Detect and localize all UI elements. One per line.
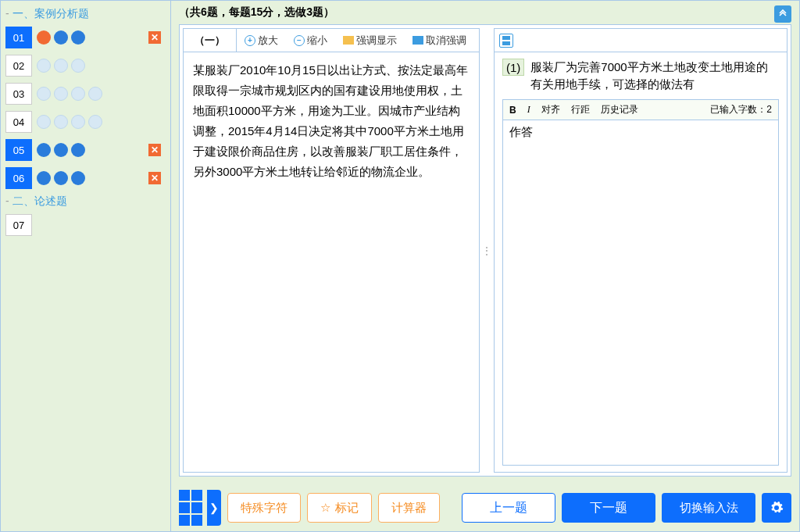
question-row: 02: [5, 54, 166, 77]
split-view-icon[interactable]: [499, 34, 513, 48]
editor-toolbar: B I 对齐 行距 历史记录 已输入字数：2: [503, 100, 778, 120]
status-dot: [37, 30, 51, 45]
status-dots: [37, 87, 102, 101]
question-row: 06✕: [5, 166, 166, 190]
status-dot: [37, 87, 51, 101]
minus-icon: −: [294, 35, 305, 46]
status-dot: [71, 115, 85, 129]
question-body: (1) 服装厂为完善7000平方米土地改变土地用途的有关用地手续，可选择的做法有…: [495, 52, 787, 472]
question-number[interactable]: 07: [5, 214, 32, 236]
gear-icon: [770, 501, 784, 515]
status-dot: [54, 87, 68, 101]
italic-button[interactable]: I: [527, 104, 530, 116]
question-column: (1) 服装厂为完善7000平方米土地改变土地用途的有关用地手续，可选择的做法有…: [494, 28, 788, 473]
question-number[interactable]: 05: [5, 139, 32, 161]
grid-icon[interactable]: [179, 490, 202, 526]
prev-button[interactable]: 上一题: [462, 493, 555, 523]
passage-label: （一）: [184, 29, 237, 52]
status-dots: [37, 59, 85, 73]
lineheight-button[interactable]: 行距: [571, 103, 590, 116]
sidebar: 一、案例分析题 01✕02030405✕06✕ 二、论述题 07: [1, 1, 170, 531]
status-dot: [54, 59, 68, 73]
unhighlight-button[interactable]: 取消强调: [405, 29, 474, 52]
history-button[interactable]: 历史记录: [601, 103, 638, 116]
status-dot: [54, 30, 68, 45]
status-dot: [54, 143, 68, 157]
question-number[interactable]: 03: [5, 83, 32, 105]
close-icon[interactable]: ✕: [148, 144, 161, 156]
expand-arrow[interactable]: ❯: [207, 490, 221, 526]
status-dot: [37, 59, 51, 73]
close-icon[interactable]: ✕: [148, 31, 161, 44]
chevron-up-icon: [778, 9, 788, 19]
star-icon: ☆: [320, 501, 330, 515]
question-number[interactable]: 02: [5, 55, 32, 77]
bold-button[interactable]: B: [509, 105, 516, 116]
plus-icon: +: [245, 35, 255, 46]
special-chars-button[interactable]: 特殊字符: [227, 493, 301, 523]
status-dot: [88, 87, 102, 101]
align-button[interactable]: 对齐: [541, 103, 560, 116]
char-count: 已输入字数：2: [710, 103, 772, 116]
status-dot: [54, 115, 68, 129]
question-toolbar: [495, 29, 787, 52]
status-dot: [71, 30, 85, 45]
editor-textarea[interactable]: 作答: [503, 120, 778, 465]
question-row: 05✕: [5, 138, 166, 162]
passage-toolbar: （一） +放大 −缩小 强调显示 取消强调: [184, 29, 479, 52]
status-dot: [54, 171, 68, 185]
status-dot: [71, 171, 85, 185]
close-icon[interactable]: ✕: [148, 172, 161, 184]
question-number[interactable]: 04: [5, 111, 32, 133]
unhighlight-icon: [412, 36, 423, 45]
status-dot: [71, 59, 85, 73]
status-dots: [37, 171, 85, 185]
header-info: （共6题，每题15分，选做3题）: [179, 5, 334, 18]
passage-text: 某服装厂2010年10月15日以出让方式、按法定最高年限取得一宗城市规划区内的国…: [184, 52, 479, 472]
status-dot: [71, 87, 85, 101]
collapse-button[interactable]: [774, 5, 791, 23]
column-resizer[interactable]: ⋮: [480, 28, 494, 473]
calculator-button[interactable]: 计算器: [378, 493, 440, 523]
status-dots: [37, 143, 85, 157]
mark-button[interactable]: ☆标记: [307, 493, 372, 523]
next-button[interactable]: 下一题: [562, 493, 655, 523]
settings-button[interactable]: [762, 493, 791, 523]
highlight-icon: [343, 36, 354, 45]
question-index: (1): [502, 59, 524, 76]
question-text: 服装厂为完善7000平方米土地改变土地用途的有关用地手续，可选择的做法有: [530, 59, 779, 93]
status-dot: [71, 143, 85, 157]
main-area: （共6题，每题15分，选做3题） （一） +放大 −缩小 强调显示 取消强调 某…: [170, 1, 799, 531]
status-dot: [37, 143, 51, 157]
section-1-title: 一、案例分析题: [5, 7, 166, 21]
zoom-out-button[interactable]: −缩小: [286, 29, 335, 52]
section-2-title: 二、论述题: [5, 195, 166, 209]
ime-button[interactable]: 切换输入法: [662, 493, 755, 523]
status-dot: [37, 171, 51, 185]
content-area: （一） +放大 −缩小 强调显示 取消强调 某服装厂2010年10月15日以出让…: [179, 24, 791, 477]
footer: ❯ 特殊字符 ☆标记 计算器 上一题 下一题 切换输入法: [171, 484, 799, 531]
header-bar: （共6题，每题15分，选做3题）: [171, 1, 799, 24]
status-dots: [37, 30, 85, 45]
status-dots: [37, 115, 102, 129]
question-row: 01✕: [5, 26, 166, 49]
question-number[interactable]: 01: [5, 27, 32, 48]
status-dot: [37, 115, 51, 129]
highlight-button[interactable]: 强调显示: [335, 29, 405, 52]
question-row: 03: [5, 82, 166, 105]
passage-column: （一） +放大 −缩小 强调显示 取消强调 某服装厂2010年10月15日以出让…: [183, 28, 480, 473]
question-number[interactable]: 06: [5, 167, 32, 189]
status-dot: [88, 115, 102, 129]
question-row: 04: [5, 110, 166, 134]
zoom-in-button[interactable]: +放大: [237, 29, 286, 52]
question-row: 07: [5, 213, 166, 237]
answer-editor: B I 对齐 行距 历史记录 已输入字数：2 作答: [502, 99, 779, 466]
